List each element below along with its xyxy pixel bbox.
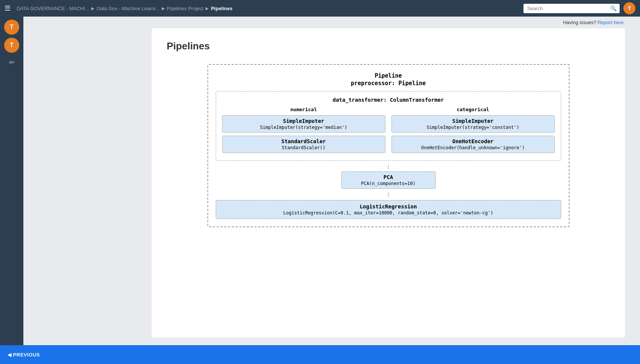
lr-box: LogisticRegression LogisticRegression(C=… [216, 200, 561, 219]
breadcrumb-item-4: Pipelines [211, 6, 232, 11]
breadcrumb-arrow-1: ▶ [91, 6, 94, 11]
scaler-box: StandardScaler StandardScaler() [222, 136, 385, 153]
page-title: Pipelines [167, 40, 610, 52]
pca-params: PCA(n_components=10) [348, 181, 429, 186]
columns-row: numerical categorical [222, 107, 555, 112]
encoder-params: OneHotEncoder(handle_unknown='ignore') [396, 145, 550, 150]
numerical-imputer-box: SimpleImputer SimpleImputer(strategy='me… [222, 115, 385, 133]
issues-bar: Having issues? Report here. [23, 17, 640, 28]
imputer-row: SimpleImputer SimpleImputer(strategy='me… [222, 115, 555, 133]
report-link[interactable]: Report here. [598, 20, 625, 25]
user-avatar-btn[interactable]: T [623, 2, 635, 14]
scaler-title: StandardScaler [227, 138, 381, 144]
vert-line-1 [388, 165, 388, 169]
pipeline-diagram: Pipeline preprocessor: Pipeline data_tra… [207, 64, 569, 227]
col-label-categorical: categorical [391, 107, 555, 112]
col-label-numerical: numerical [222, 107, 385, 112]
sidebar-avatar-1[interactable]: T [4, 20, 19, 35]
vert-connector-2 [216, 193, 561, 197]
lr-title: LogisticRegression [221, 203, 556, 210]
issues-text: Having issues? [563, 20, 596, 25]
numerical-imputer-params: SimpleImputer(strategy='median') [227, 125, 381, 130]
scaler-params: StandardScaler() [227, 145, 381, 150]
breadcrumb-item-1[interactable]: DATA GOVERNANCE - MACHI... [17, 6, 89, 11]
breadcrumb-item-2[interactable]: Data Gov - Machine Learni... [97, 6, 159, 11]
inner-pipeline: data_transformer: ColumnTransformer nume… [216, 91, 561, 161]
numerical-imputer-title: SimpleImputer [227, 118, 381, 124]
search-icon-btn[interactable]: 🔍 [610, 5, 617, 11]
breadcrumb-arrow-3: ▶ [206, 6, 209, 11]
bottom-nav: ◀ PREVIOUS [0, 345, 640, 364]
lr-params: LogisticRegression(C=0.1, max_iter=10000… [221, 210, 556, 216]
sidebar: T T ✏ [0, 17, 23, 345]
search-input[interactable] [523, 4, 620, 13]
vert-line-2 [388, 193, 388, 197]
sidebar-avatar-2[interactable]: T [4, 38, 19, 53]
encoder-title: OneHotEncoder [396, 138, 550, 144]
content-area: Having issues? Report here. Pipelines Pi… [23, 17, 640, 345]
categorical-imputer-title: SimpleImputer [396, 118, 550, 124]
breadcrumb-arrow-2: ▶ [162, 6, 165, 11]
inner-pipeline-title: data_transformer: ColumnTransformer [222, 97, 555, 103]
scaler-encoder-row: StandardScaler StandardScaler() OneHotEn… [222, 136, 555, 153]
vert-connector-1 [216, 165, 561, 169]
categorical-imputer-box: SimpleImputer SimpleImputer(strategy='co… [391, 115, 555, 133]
diagram-title: Pipeline [216, 72, 561, 79]
categorical-imputer-params: SimpleImputer(strategy='constant') [396, 125, 550, 130]
diagram-subtitle: preprocessor: Pipeline [216, 80, 561, 87]
encoder-box: OneHotEncoder OneHotEncoder(handle_unkno… [391, 136, 555, 153]
breadcrumb: DATA GOVERNANCE - MACHI... ▶ Data Gov - … [17, 6, 523, 11]
menu-icon[interactable]: ☰ [5, 4, 11, 12]
page-card: Pipelines Pipeline preprocessor: Pipelin… [152, 28, 625, 338]
prev-button[interactable]: ◀ PREVIOUS [8, 352, 40, 358]
topbar: ☰ DATA GOVERNANCE - MACHI... ▶ Data Gov … [0, 0, 640, 17]
pca-box: PCA PCA(n_components=10) [341, 171, 436, 189]
main-layout: T T ✏ Having issues? Report here. Pipeli… [0, 17, 640, 345]
pca-title: PCA [348, 174, 429, 180]
pca-section: PCA PCA(n_components=10) [216, 171, 561, 189]
breadcrumb-item-3[interactable]: Pipelines Project [167, 6, 204, 11]
search-wrapper: 🔍 [523, 4, 620, 13]
sidebar-edit-btn[interactable]: ✏ [5, 56, 18, 69]
